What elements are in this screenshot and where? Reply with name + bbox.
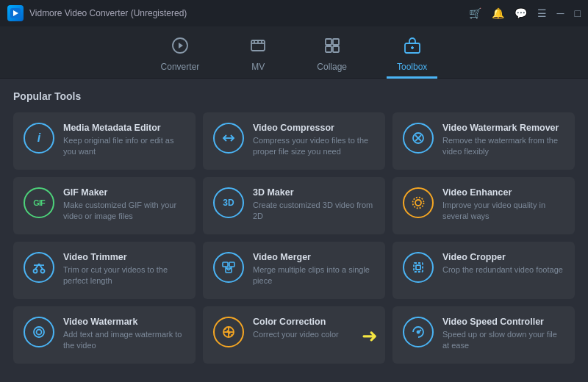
tool-card-video-enhancer[interactable]: Video Enhancer Improve your video qualit… (392, 177, 575, 234)
tool-info-gif-maker: GIF Maker Make customized GIF with your … (63, 187, 185, 223)
converter-icon (171, 37, 189, 59)
maximize-icon[interactable]: □ (575, 7, 581, 19)
tool-name-video-compressor: Video Compressor (253, 123, 375, 133)
tool-icon-3d-maker: 3D (213, 187, 244, 218)
collage-icon (323, 37, 341, 59)
title-bar-controls: 🛒 🔔 💬 ☰ ─ □ (469, 7, 581, 19)
tool-name-video-watermark: Video Watermark (63, 317, 185, 327)
tool-info-video-enhancer: Video Enhancer Improve your video qualit… (442, 187, 564, 223)
tool-icon-video-speed-controller (403, 317, 434, 347)
tool-icon-video-watermark-remover (403, 123, 434, 154)
content-area: Popular Tools ➜ i Media Metadata Editor … (0, 79, 588, 375)
tool-name-video-trimmer: Video Trimmer (63, 252, 185, 262)
svg-rect-9 (326, 39, 331, 45)
svg-rect-12 (333, 46, 339, 52)
tool-icon-video-compressor (213, 123, 244, 154)
bell-icon[interactable]: 🔔 (492, 7, 504, 19)
app-logo (7, 5, 24, 21)
svg-point-20 (415, 200, 421, 206)
svg-point-35 (37, 330, 42, 335)
tool-card-video-watermark[interactable]: Video Watermark Add text and image water… (13, 306, 196, 364)
title-bar: Vidmore Video Converter (Unregistered) 🛒… (0, 0, 588, 26)
tool-info-video-trimmer: Video Trimmer Trim or cut your videos to… (63, 252, 185, 287)
tool-name-video-cropper: Video Cropper (442, 252, 563, 262)
svg-rect-33 (416, 265, 420, 270)
tool-card-video-watermark-remover[interactable]: Video Watermark Remover Remove the water… (392, 112, 575, 170)
svg-point-34 (34, 327, 44, 337)
tool-desc-video-watermark-remover: Remove the watermark from the video flex… (442, 135, 564, 158)
svg-marker-3 (179, 43, 183, 48)
chat-icon[interactable]: 💬 (514, 7, 527, 19)
section-title: Popular Tools (13, 90, 575, 102)
tool-name-video-enhancer: Video Enhancer (442, 187, 564, 198)
svg-rect-27 (223, 262, 228, 267)
tool-name-video-merger: Video Merger (253, 252, 375, 262)
svg-point-23 (41, 270, 45, 273)
tool-card-color-correction[interactable]: Color Correction Correct your video colo… (203, 306, 385, 364)
tool-desc-gif-maker: Make customized GIF with your video or i… (63, 200, 185, 223)
tool-info-video-watermark-remover: Video Watermark Remover Remove the water… (442, 123, 564, 158)
tool-info-3d-maker: 3D Maker Create customized 3D video from… (253, 187, 375, 223)
svg-point-21 (413, 198, 424, 209)
tool-card-video-speed-controller[interactable]: Video Speed Controller Speed up or slow … (392, 306, 575, 364)
tool-info-video-cropper: Video Cropper Crop the redundant video f… (442, 252, 563, 275)
title-bar-left: Vidmore Video Converter (Unregistered) (7, 5, 187, 21)
minimize-icon[interactable]: ─ (557, 7, 564, 19)
nav-label-toolbox: Toolbox (397, 62, 427, 72)
menu-icon[interactable]: ☰ (537, 7, 547, 19)
tool-icon-media-metadata-editor: i (24, 123, 54, 154)
nav-item-mv[interactable]: MV (239, 32, 277, 79)
svg-point-22 (34, 270, 37, 273)
tool-icon-video-enhancer (403, 187, 434, 218)
tool-icon-video-merger (213, 252, 244, 283)
tool-card-media-metadata-editor[interactable]: i Media Metadata Editor Keep original fi… (13, 112, 196, 170)
tool-info-color-correction: Color Correction Correct your video colo… (253, 317, 339, 340)
nav-bar: Converter MV Collage (0, 26, 588, 79)
tool-name-video-watermark-remover: Video Watermark Remover (442, 123, 564, 133)
tool-card-video-compressor[interactable]: Video Compressor Compress your video fil… (203, 112, 385, 170)
tool-card-video-cropper[interactable]: Video Cropper Crop the redundant video f… (392, 242, 575, 299)
tool-icon-color-correction (213, 317, 244, 347)
tool-name-color-correction: Color Correction (253, 317, 339, 327)
svg-point-41 (417, 331, 420, 334)
tool-info-video-merger: Video Merger Merge multiple clips into a… (253, 252, 375, 287)
nav-item-converter[interactable]: Converter (151, 32, 210, 79)
tool-desc-video-cropper: Crop the redundant video footage (442, 264, 563, 275)
nav-item-toolbox[interactable]: Toolbox (387, 32, 437, 79)
toolbox-icon (404, 37, 421, 59)
tool-icon-video-cropper (403, 252, 434, 283)
nav-label-mv: MV (251, 62, 265, 72)
tool-card-gif-maker[interactable]: GIF GIF Maker Make customized GIF with y… (13, 177, 196, 234)
mv-icon (249, 37, 267, 59)
nav-label-collage: Collage (317, 62, 347, 72)
tool-desc-video-trimmer: Trim or cut your videos to the perfect l… (63, 264, 185, 287)
svg-rect-28 (229, 262, 234, 267)
tool-icon-video-trimmer (24, 252, 54, 283)
tool-desc-video-watermark: Add text and image watermark to the vide… (63, 329, 185, 352)
nav-label-converter: Converter (161, 62, 200, 72)
tool-name-video-speed-controller: Video Speed Controller (442, 317, 564, 327)
tools-grid-wrap: ➜ i Media Metadata Editor Keep original … (13, 112, 575, 364)
tool-info-video-watermark: Video Watermark Add text and image water… (63, 317, 185, 352)
tool-card-3d-maker[interactable]: 3D 3D Maker Create customized 3D video f… (203, 177, 385, 234)
svg-rect-10 (333, 39, 339, 45)
tool-desc-3d-maker: Create customized 3D video from 2D (253, 200, 375, 223)
tool-info-video-compressor: Video Compressor Compress your video fil… (253, 123, 375, 158)
nav-item-collage[interactable]: Collage (306, 32, 357, 79)
tool-desc-video-compressor: Compress your video files to the proper … (253, 135, 375, 158)
tool-desc-color-correction: Correct your video color (253, 329, 339, 340)
tool-desc-media-metadata-editor: Keep original file info or edit as you w… (63, 135, 185, 158)
tool-desc-video-merger: Merge multiple clips into a single piece (253, 264, 375, 287)
svg-rect-11 (326, 46, 331, 52)
tool-name-media-metadata-editor: Media Metadata Editor (63, 123, 185, 133)
tool-name-3d-maker: 3D Maker (253, 187, 375, 198)
cart-icon[interactable]: 🛒 (469, 7, 481, 19)
svg-rect-32 (414, 263, 423, 272)
tool-info-media-metadata-editor: Media Metadata Editor Keep original file… (63, 123, 185, 158)
tool-desc-video-speed-controller: Speed up or slow down your file at ease (442, 329, 564, 352)
tool-icon-video-watermark (24, 317, 54, 347)
tool-card-video-trimmer[interactable]: Video Trimmer Trim or cut your videos to… (13, 242, 196, 299)
tool-info-video-speed-controller: Video Speed Controller Speed up or slow … (442, 317, 564, 352)
tool-name-gif-maker: GIF Maker (63, 187, 185, 198)
tool-card-video-merger[interactable]: Video Merger Merge multiple clips into a… (203, 242, 385, 299)
